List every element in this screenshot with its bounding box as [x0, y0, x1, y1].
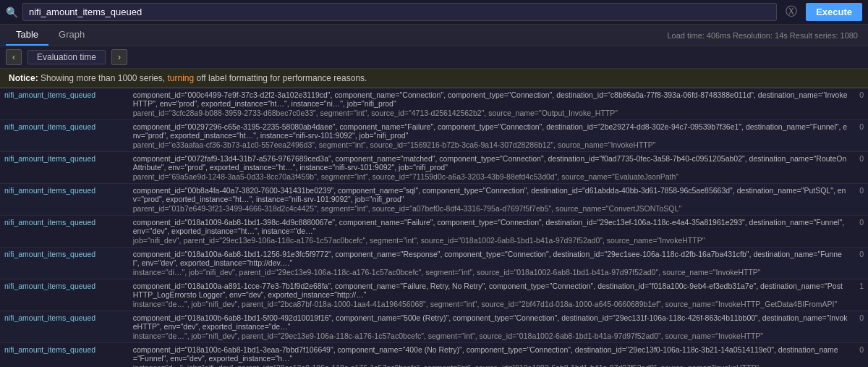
metric-name-cell: nifi_amount_items_queued: [0, 311, 129, 343]
metric-name-cell: nifi_amount_items_queued: [0, 279, 129, 311]
metric-labels-cell: component_id="018a100b-6ab8-1bd1-5f00-49…: [129, 311, 852, 343]
table-row: nifi_amount_items_queuedcomponent_id="00…: [0, 88, 868, 120]
metric-name-cell: nifi_amount_items_queued: [0, 120, 129, 152]
search-input[interactable]: [22, 3, 777, 21]
metric-value-cell: 0: [852, 152, 868, 184]
table-row: nifi_amount_items_queuedcomponent_id="01…: [0, 311, 868, 343]
metric-value-cell: 0: [852, 343, 868, 368]
metric-labels-cell: component_id="018a100c-6ab8-1bd1-3eaa-7b…: [129, 343, 852, 368]
table-row: nifi_amount_items_queuedcomponent_id="00…: [0, 120, 868, 152]
metric-labels-cell: component_id="018a100a-a891-1cce-77e3-7b…: [129, 279, 852, 311]
execute-button[interactable]: Execute: [806, 3, 862, 21]
table-row: nifi_amount_items_queuedcomponent_id="00…: [0, 184, 868, 216]
pagination-bar: ‹ Evaluation time ›: [0, 46, 868, 69]
notice-highlight: turning: [167, 73, 194, 83]
page-label: Evaluation time: [27, 50, 106, 64]
metric-name-cell: nifi_amount_items_queued: [0, 184, 129, 216]
table-row: nifi_amount_items_queuedcomponent_id="01…: [0, 248, 868, 279]
metric-name-cell: nifi_amount_items_queued: [0, 216, 129, 248]
tabs-info: Load time: 406ms Resolution: 14s Result …: [667, 31, 862, 40]
metric-name-cell: nifi_amount_items_queued: [0, 88, 129, 120]
results-table: nifi_amount_items_queuedcomponent_id="00…: [0, 88, 868, 367]
metric-labels-cell: component_id="018a100a-6ab8-1bd1-1256-91…: [129, 248, 852, 279]
tabs-left: Table Graph: [6, 25, 95, 46]
table-row: nifi_amount_items_queuedcomponent_id="01…: [0, 343, 868, 368]
metric-value-cell: 0: [852, 216, 868, 248]
notice-prefix: Notice:: [9, 73, 38, 83]
table-row: nifi_amount_items_queuedcomponent_id="01…: [0, 279, 868, 311]
metric-name-cell: nifi_amount_items_queued: [0, 152, 129, 184]
search-bar: 🔍 Ⓧ Execute: [0, 0, 868, 25]
metric-value-cell: 1: [852, 279, 868, 311]
metric-value-cell: 0: [852, 88, 868, 120]
metric-labels-cell: component_id="018a1009-6ab8-1bd1-398c-4d…: [129, 216, 852, 248]
table-row: nifi_amount_items_queuedcomponent_id="00…: [0, 152, 868, 184]
metric-labels-cell: component_id="00b8a4fa-40a7-3820-7600-34…: [129, 184, 852, 216]
notice-text3: off label formatting for performance rea…: [197, 73, 367, 83]
metric-value-cell: 0: [852, 120, 868, 152]
metric-labels-cell: component_id="0072faf9-13d4-31b7-a576-97…: [129, 152, 852, 184]
metric-value-cell: 0: [852, 248, 868, 279]
prev-page-button[interactable]: ‹: [6, 49, 22, 65]
tab-table[interactable]: Table: [6, 25, 48, 46]
notice-text1: Showing more than 1000 series,: [41, 73, 167, 83]
metric-labels-cell: component_id="000c4499-7e9f-37c3-d2f2-3a…: [129, 88, 852, 120]
notice-bar: Notice: Showing more than 1000 series, t…: [0, 69, 868, 88]
metric-name-cell: nifi_amount_items_queued: [0, 343, 129, 368]
metric-labels-cell: component_id="00297296-c65e-3195-2235-58…: [129, 120, 852, 152]
tab-graph[interactable]: Graph: [48, 25, 95, 46]
metric-name-cell: nifi_amount_items_queued: [0, 248, 129, 279]
tabs-bar: Table Graph Load time: 406ms Resolution:…: [0, 25, 868, 46]
search-icon: 🔍: [6, 7, 18, 18]
table-row: nifi_amount_items_queuedcomponent_id="01…: [0, 216, 868, 248]
next-page-button[interactable]: ›: [111, 49, 127, 65]
table-container: nifi_amount_items_queuedcomponent_id="00…: [0, 88, 868, 367]
search-clear-button[interactable]: Ⓧ: [781, 3, 801, 21]
metric-value-cell: 0: [852, 311, 868, 343]
metric-value-cell: 0: [852, 184, 868, 216]
